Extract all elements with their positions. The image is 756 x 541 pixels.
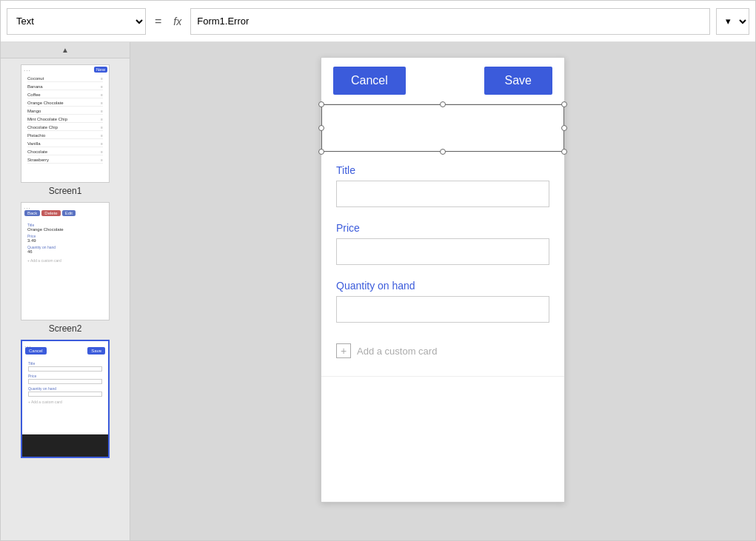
handle-top-left[interactable] bbox=[318, 101, 324, 107]
form-bottom-area bbox=[321, 376, 564, 502]
list-item: Banana≡ bbox=[27, 84, 103, 90]
list-item: Mango≡ bbox=[27, 108, 103, 115]
screen2-content: Title Orange Chocolate Price 3.49 Quanti… bbox=[27, 221, 103, 263]
screen2-qty-value: 46 bbox=[27, 249, 103, 254]
equals-symbol: = bbox=[152, 15, 164, 28]
handle-bottom-left[interactable] bbox=[318, 149, 324, 155]
canvas-area: Cancel Save Title bbox=[130, 42, 755, 541]
list-item: Chocolate≡ bbox=[27, 149, 103, 155]
screen2-delete-btn: Delete bbox=[41, 210, 60, 216]
screen2-toolbar: Back Delete Edit bbox=[24, 210, 106, 216]
main-layout: ▲ ··· New Coconut≡ Banana≡ Coffee≡ Orang… bbox=[1, 42, 755, 541]
scroll-up-button[interactable]: ▲ bbox=[1, 42, 130, 58]
screen2-add-custom: + Add a custom card bbox=[27, 258, 103, 263]
save-button[interactable]: Save bbox=[484, 67, 552, 95]
screen3-item: ··· Cancel Save Title Price Quantity on … bbox=[7, 340, 124, 458]
screen2-title-value: Orange Chocolate bbox=[27, 227, 103, 232]
qty-field-group: Quantity on hand bbox=[336, 280, 549, 323]
screen2-price-value: 3.49 bbox=[27, 238, 103, 243]
left-panel: ▲ ··· New Coconut≡ Banana≡ Coffee≡ Orang… bbox=[1, 42, 130, 541]
screen3-add-custom: + Add a custom card bbox=[28, 400, 102, 404]
screen1-label: Screen1 bbox=[49, 186, 82, 196]
screen2-label: Screen2 bbox=[49, 323, 82, 334]
price-field-label: Price bbox=[336, 222, 549, 234]
screen3-header: Cancel Save bbox=[25, 347, 105, 354]
form-canvas: Cancel Save Title bbox=[321, 57, 565, 503]
handle-top-center[interactable] bbox=[440, 101, 446, 107]
handle-middle-right[interactable] bbox=[561, 125, 567, 131]
list-item: Coffee≡ bbox=[27, 92, 103, 98]
screen3-title-label: Title bbox=[28, 361, 102, 366]
formula-input[interactable] bbox=[190, 8, 710, 35]
screen3-preview[interactable]: ··· Cancel Save Title Price Quantity on … bbox=[21, 340, 110, 458]
screen3-title-input bbox=[28, 366, 102, 372]
screen1-new-badge: New bbox=[94, 67, 107, 73]
screen1-list: Coconut≡ Banana≡ Coffee≡ Orange Chocolat… bbox=[27, 75, 103, 164]
add-custom-card[interactable]: + Add a custom card bbox=[336, 337, 549, 364]
screen1-item: ··· New Coconut≡ Banana≡ Coffee≡ Orange … bbox=[7, 64, 124, 196]
list-item: Chocolate Chip≡ bbox=[27, 124, 103, 131]
screen1-dots: ··· bbox=[24, 67, 31, 74]
screen3-price-input bbox=[28, 379, 102, 384]
add-custom-label: Add a custom card bbox=[357, 346, 437, 357]
add-custom-icon: + bbox=[336, 343, 351, 358]
formula-dropdown[interactable]: ▾ bbox=[716, 8, 749, 35]
form-fields-area: Title Price Quantity on hand + Add a cus… bbox=[321, 152, 564, 376]
screen2-back-btn: Back bbox=[24, 210, 40, 216]
qty-field-label: Quantity on hand bbox=[336, 280, 549, 292]
fx-label: fx bbox=[170, 16, 184, 27]
qty-field-input[interactable] bbox=[336, 296, 549, 323]
cancel-button[interactable]: Cancel bbox=[333, 67, 406, 95]
list-item: Pistachio≡ bbox=[27, 132, 103, 139]
screen3-cancel: Cancel bbox=[25, 347, 47, 354]
list-item: Vanilla≡ bbox=[27, 141, 103, 147]
screen3-qty-input bbox=[28, 392, 102, 397]
handle-top-right[interactable] bbox=[561, 101, 567, 107]
screen3-black-area bbox=[22, 434, 108, 457]
screen1-preview[interactable]: ··· New Coconut≡ Banana≡ Coffee≡ Orange … bbox=[21, 64, 110, 183]
selection-box bbox=[321, 104, 564, 152]
title-field-input[interactable] bbox=[336, 181, 549, 207]
form-header: Cancel Save bbox=[321, 58, 564, 104]
list-item: Strawberry≡ bbox=[27, 157, 103, 164]
title-field-label: Title bbox=[336, 164, 549, 176]
toolbar: Text = fx ▾ bbox=[1, 1, 755, 42]
list-item: Mint Chocolate Chip≡ bbox=[27, 116, 103, 123]
handle-middle-left[interactable] bbox=[318, 125, 324, 131]
screen2-item: ··· Back Delete Edit Title Orange Chocol… bbox=[7, 202, 124, 334]
screen3-fields: Title Price Quantity on hand + Add a cus… bbox=[28, 359, 102, 404]
screens-list: ··· New Coconut≡ Banana≡ Coffee≡ Orange … bbox=[1, 58, 130, 541]
screen3-qty-label: Quantity on hand bbox=[28, 386, 102, 391]
screen3-save: Save bbox=[87, 347, 105, 354]
title-field-group: Title bbox=[336, 164, 549, 207]
price-field-group: Price bbox=[336, 222, 549, 265]
error-text-region[interactable] bbox=[321, 104, 564, 152]
handle-bottom-center[interactable] bbox=[440, 149, 446, 155]
screen2-preview[interactable]: ··· Back Delete Edit Title Orange Chocol… bbox=[21, 202, 110, 320]
screen3-price-label: Price bbox=[28, 374, 102, 378]
screen2-edit-btn: Edit bbox=[62, 210, 76, 216]
list-item: Orange Chocolate≡ bbox=[27, 100, 103, 107]
list-item: Coconut≡ bbox=[27, 75, 103, 82]
property-select[interactable]: Text bbox=[7, 8, 146, 35]
handle-bottom-right[interactable] bbox=[561, 149, 567, 155]
price-field-input[interactable] bbox=[336, 238, 549, 265]
